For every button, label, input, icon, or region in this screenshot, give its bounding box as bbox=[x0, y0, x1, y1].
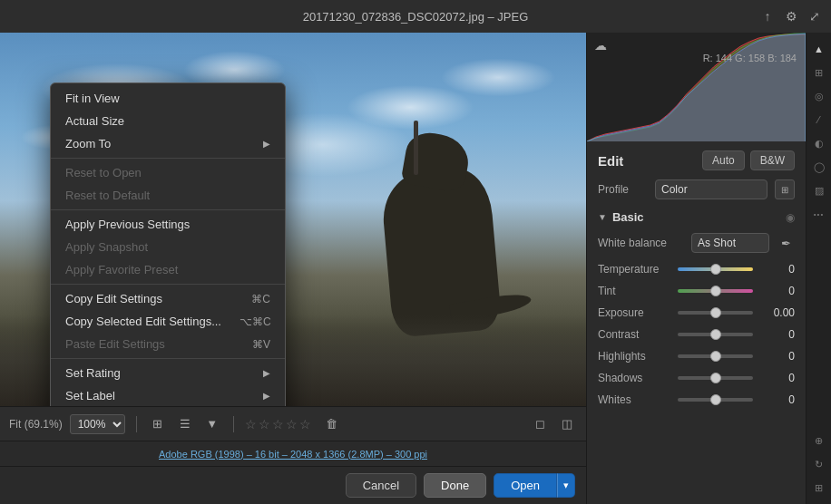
basic-collapse-icon[interactable]: ▼ bbox=[598, 212, 607, 222]
shadows-slider[interactable] bbox=[678, 371, 753, 385]
menu-item-paste-edit[interactable]: Paste Edit Settings ⌘V bbox=[51, 333, 285, 355]
title-bar-icons: ↑ ⚙ ⤢ bbox=[760, 9, 822, 24]
shadows-row: Shadows 0 bbox=[598, 371, 795, 385]
tint-track bbox=[678, 289, 753, 293]
paste-edit-shortcut: ⌘V bbox=[252, 338, 270, 351]
color-panel-icon[interactable]: ▨ bbox=[808, 179, 830, 201]
temperature-slider[interactable] bbox=[678, 262, 753, 276]
wb-eyedropper-icon[interactable]: ✒ bbox=[777, 234, 795, 252]
center-bottom: Fit (69.1%) 100% 50% 25% 200% ⊞ ☰ ▼ ☆ ☆ … bbox=[0, 406, 586, 504]
profile-label: Profile bbox=[598, 183, 648, 196]
star-2[interactable]: ☆ bbox=[259, 417, 270, 431]
highlights-value: 0 bbox=[760, 350, 795, 363]
highlights-thumb[interactable] bbox=[710, 351, 721, 362]
edit-header: Edit Auto B&W bbox=[598, 150, 795, 170]
expand-icon[interactable]: ⤢ bbox=[807, 9, 822, 24]
settings-icon[interactable]: ⚙ bbox=[784, 9, 798, 24]
open-dropdown-button[interactable]: ▾ bbox=[557, 473, 575, 498]
export-icon[interactable]: ↑ bbox=[760, 9, 775, 24]
menu-item-reset-to-open[interactable]: Reset to Open bbox=[51, 161, 285, 184]
eye-panel-icon[interactable]: ◯ bbox=[808, 156, 830, 178]
basic-section-header: ▼ Basic ◉ bbox=[598, 210, 795, 224]
profile-select[interactable]: Color Monochrome bbox=[655, 179, 767, 199]
bw-button[interactable]: B&W bbox=[750, 150, 795, 170]
menu-divider-4 bbox=[51, 358, 285, 359]
wb-select[interactable]: As Shot Auto Daylight Cloudy Custom bbox=[691, 233, 769, 253]
iguana-head bbox=[400, 129, 472, 193]
auto-button[interactable]: Auto bbox=[702, 150, 745, 170]
exposure-thumb[interactable] bbox=[710, 307, 721, 318]
crop-panel-icon[interactable]: ⊞ bbox=[808, 62, 830, 83]
compare-icon[interactable]: ◫ bbox=[557, 414, 577, 434]
info-bar: Adobe RGB (1998) – 16 bit – 2048 x 1366 … bbox=[0, 441, 586, 466]
whites-value: 0 bbox=[760, 393, 795, 406]
star-4[interactable]: ☆ bbox=[286, 417, 298, 431]
wb-label: White balance bbox=[598, 237, 684, 249]
cancel-button[interactable]: Cancel bbox=[346, 473, 416, 498]
tint-slider[interactable] bbox=[678, 284, 753, 298]
exposure-label: Exposure bbox=[598, 306, 670, 319]
menu-item-apply-snapshot[interactable]: Apply Snapshot bbox=[51, 236, 285, 258]
filter-icon[interactable]: ▼ bbox=[202, 414, 222, 434]
menu-item-set-label[interactable]: Set Label ▶ bbox=[51, 384, 285, 406]
basic-eye-icon[interactable]: ◉ bbox=[786, 211, 795, 224]
brush-panel-icon[interactable]: ∕ bbox=[808, 109, 830, 131]
main-area: Fit in View Actual Size Zoom To ▶ Reset … bbox=[0, 33, 831, 504]
menu-divider-2 bbox=[51, 209, 285, 210]
exposure-slider[interactable] bbox=[678, 305, 753, 320]
profile-row: Profile Color Monochrome ⊞ bbox=[598, 179, 795, 199]
set-label-arrow: ▶ bbox=[263, 391, 270, 401]
delete-icon[interactable]: 🗑 bbox=[322, 414, 342, 434]
temperature-value: 0 bbox=[760, 263, 795, 276]
menu-item-set-rating[interactable]: Set Rating ▶ bbox=[51, 362, 285, 384]
menu-item-fit-in-view[interactable]: Fit in View bbox=[51, 87, 285, 110]
star-5[interactable]: ☆ bbox=[299, 417, 311, 431]
contrast-thumb[interactable] bbox=[710, 329, 721, 340]
fit-zoom-label[interactable]: Fit (69.1%) bbox=[9, 418, 63, 431]
whites-thumb[interactable] bbox=[710, 394, 721, 405]
menu-item-copy-edit[interactable]: Copy Edit Settings ⌘C bbox=[51, 287, 285, 310]
tint-thumb[interactable] bbox=[710, 286, 721, 296]
set-rating-arrow: ▶ bbox=[263, 368, 270, 378]
whites-slider[interactable] bbox=[678, 393, 753, 407]
open-button[interactable]: Open bbox=[494, 473, 557, 498]
exposure-value: 0.00 bbox=[760, 306, 795, 319]
basic-section-title: Basic bbox=[612, 210, 780, 224]
crop-view-icon[interactable]: ◻ bbox=[530, 414, 550, 434]
tint-row: Tint 0 bbox=[598, 284, 795, 298]
list-view-icon[interactable]: ☰ bbox=[175, 414, 195, 434]
contrast-row: Contrast 0 bbox=[598, 327, 795, 342]
grid-view-icon[interactable]: ⊞ bbox=[148, 414, 168, 434]
menu-item-apply-favorite[interactable]: Apply Favorite Preset bbox=[51, 258, 285, 281]
highlights-slider[interactable] bbox=[678, 349, 753, 363]
temperature-label: Temperature bbox=[598, 263, 670, 276]
menu-item-copy-selected[interactable]: Copy Selected Edit Settings... ⌥⌘C bbox=[51, 310, 285, 333]
exposure-row: Exposure 0.00 bbox=[598, 305, 795, 320]
zoom-panel-icon[interactable]: ⊕ bbox=[808, 430, 830, 451]
zoom-to-arrow: ▶ bbox=[263, 139, 270, 149]
done-button[interactable]: Done bbox=[424, 473, 486, 498]
menu-item-actual-size[interactable]: Actual Size bbox=[51, 110, 285, 132]
toolbar-sep-1 bbox=[136, 416, 137, 432]
star-3[interactable]: ☆ bbox=[272, 417, 284, 431]
shadows-thumb[interactable] bbox=[710, 373, 721, 383]
zoom-select[interactable]: 100% 50% 25% 200% bbox=[70, 414, 125, 434]
temperature-thumb[interactable] bbox=[710, 264, 721, 275]
profile-grid-button[interactable]: ⊞ bbox=[775, 179, 795, 199]
grid-panel-icon[interactable]: ⊞ bbox=[808, 477, 830, 499]
more-panel-icon[interactable]: ••• bbox=[808, 203, 830, 225]
contrast-slider[interactable] bbox=[678, 327, 753, 342]
center-column: Fit in View Actual Size Zoom To ▶ Reset … bbox=[0, 33, 586, 504]
mask-panel-icon[interactable]: ◐ bbox=[808, 132, 830, 154]
tint-label: Tint bbox=[598, 285, 670, 297]
image-info-link[interactable]: Adobe RGB (1998) – 16 bit – 2048 x 1366 … bbox=[159, 449, 427, 460]
menu-item-apply-previous[interactable]: Apply Previous Settings bbox=[51, 213, 285, 236]
edit-panel: Edit Auto B&W Profile Color Monochrome ⊞ bbox=[587, 141, 806, 504]
menu-item-reset-to-default[interactable]: Reset to Default bbox=[51, 184, 285, 207]
menu-divider-3 bbox=[51, 284, 285, 285]
histogram-panel-icon[interactable]: ▲ bbox=[808, 38, 830, 60]
rotate-panel-icon[interactable]: ↻ bbox=[808, 453, 830, 475]
star-1[interactable]: ☆ bbox=[245, 417, 257, 431]
menu-item-zoom-to[interactable]: Zoom To ▶ bbox=[51, 132, 285, 155]
healing-panel-icon[interactable]: ◎ bbox=[808, 85, 830, 107]
